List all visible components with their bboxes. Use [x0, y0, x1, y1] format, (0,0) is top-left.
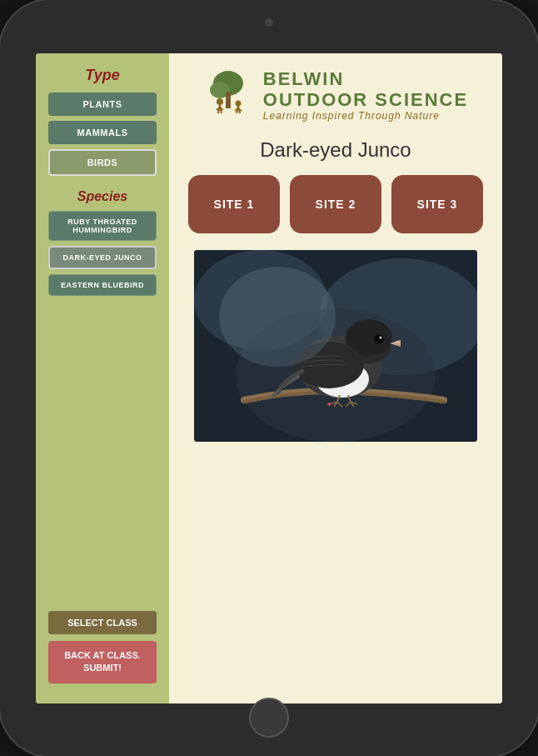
- svg-point-37: [219, 267, 336, 367]
- header-logo: BELWIN OUTDOOR SCIENCE Learning Inspired…: [203, 67, 468, 125]
- mammals-button[interactable]: MAMMALS: [48, 121, 157, 144]
- svg-point-3: [217, 98, 223, 105]
- bird-image: [194, 250, 477, 442]
- svg-point-26: [375, 335, 383, 343]
- species-label: Species: [77, 189, 127, 204]
- select-class-button[interactable]: SELECT CLASS: [48, 611, 157, 634]
- site-1-button[interactable]: SITE 1: [188, 175, 280, 233]
- birds-button[interactable]: BIRDS: [48, 149, 157, 176]
- site-3-button[interactable]: SITE 3: [391, 175, 483, 233]
- main-content: BELWIN OUTDOOR SCIENCE Learning Inspired…: [169, 53, 502, 703]
- sidebar: Type PLANTS MAMMALS BIRDS Species RUBY T…: [36, 53, 169, 703]
- type-label: Type: [85, 67, 119, 84]
- svg-point-27: [380, 336, 382, 338]
- screen: Type PLANTS MAMMALS BIRDS Species RUBY T…: [36, 53, 502, 703]
- logo-subtitle: Learning Inspired Through Nature: [263, 110, 468, 122]
- logo-text: BELWIN OUTDOOR SCIENCE Learning Inspired…: [263, 69, 468, 121]
- back-submit-button[interactable]: BACK AT CLASS. SUBMIT!: [48, 641, 157, 683]
- dark-eyed-junco-button[interactable]: DARK-EYED JUNCO: [48, 246, 157, 269]
- sidebar-bottom: SELECT CLASS BACK AT CLASS. SUBMIT!: [42, 611, 162, 690]
- plants-button[interactable]: PLANTS: [48, 93, 157, 116]
- svg-point-24: [396, 340, 399, 343]
- logo-icon: [203, 67, 253, 125]
- svg-point-36: [327, 403, 331, 406]
- eastern-bluebird-button[interactable]: EASTERN BLUEBIRD: [48, 274, 157, 296]
- tablet-frame: Type PLANTS MAMMALS BIRDS Species RUBY T…: [0, 0, 538, 756]
- site-2-button[interactable]: SITE 2: [290, 175, 381, 233]
- svg-rect-2: [226, 92, 231, 108]
- sites-row: SITE 1 SITE 2 SITE 3: [188, 175, 483, 233]
- ruby-throated-button[interactable]: RUBY THROATED HUMMINGBIRD: [48, 211, 157, 241]
- page-title: Dark-eyed Junco: [260, 138, 411, 162]
- logo-title-line1: BELWIN OUTDOOR SCIENCE: [263, 69, 468, 109]
- svg-point-8: [235, 100, 241, 106]
